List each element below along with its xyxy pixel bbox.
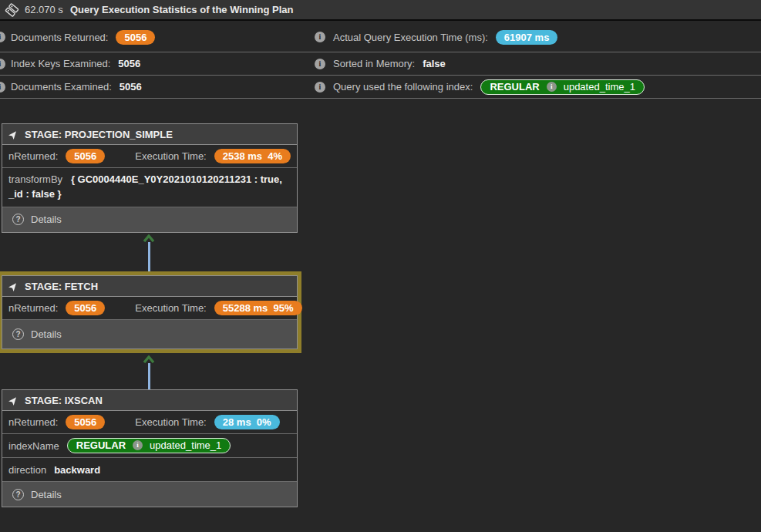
stage-metrics-row: nReturned: 5056 Execution Time: 55288 ms… <box>2 297 297 320</box>
direction-row: direction backward <box>2 458 297 482</box>
documents-examined-value: 5056 <box>120 81 142 93</box>
stage-metrics-row: nReturned: 5056 Execution Time: 28 ms 0% <box>2 411 297 434</box>
stage-ixscan[interactable]: STAGE: IXSCAN nReturned: 5056 Execution … <box>2 389 298 507</box>
details-label: Details <box>31 328 62 340</box>
execution-time-badge: 55288 ms 95% <box>214 301 302 315</box>
question-icon: ? <box>12 489 24 500</box>
stage-navigation-icon <box>8 281 19 291</box>
execution-time-label: Execution Time: <box>135 150 207 162</box>
connector-arrow-up <box>143 355 155 389</box>
stage-fetch[interactable]: STAGE: FETCH nReturned: 5056 Execution T… <box>2 275 298 349</box>
stat-label: Actual Query Execution Time (ms): <box>333 32 488 43</box>
details-label: Details <box>31 489 62 500</box>
query-stats-panel: 62.070 s Query Execution Statistics of t… <box>0 0 761 532</box>
info-icon[interactable]: i <box>315 82 325 93</box>
nreturned-badge: 5056 <box>66 301 105 315</box>
direction-label: direction <box>8 464 46 476</box>
stat-label: Sorted in Memory: <box>333 58 415 69</box>
arrow-line <box>148 242 150 272</box>
nreturned-label: nReturned: <box>8 416 58 428</box>
info-icon[interactable]: i <box>0 32 5 42</box>
nreturned-label: nReturned: <box>8 302 58 314</box>
index-name: updated_time_1 <box>564 81 635 93</box>
execution-time-badge: 28 ms 0% <box>214 415 280 429</box>
stage-navigation-icon <box>8 130 19 140</box>
question-icon: ? <box>12 214 24 225</box>
stat-label: Documents Examined: <box>11 81 112 93</box>
info-icon[interactable]: i <box>547 82 557 92</box>
titlebar: 62.070 s Query Execution Statistics of t… <box>0 0 761 21</box>
stat-sorted-in-memory: i Sorted in Memory: false <box>313 52 761 75</box>
stat-row-documents-returned: i Documents Returned: 5056 i Actual Quer… <box>0 22 761 52</box>
stage-title: STAGE: IXSCAN <box>25 395 103 406</box>
index-kind: REGULAR <box>76 439 126 451</box>
info-icon[interactable]: i <box>133 440 143 450</box>
stats-summary: i Documents Returned: 5056 i Actual Quer… <box>0 22 761 99</box>
stat-actual-execution-time: i Actual Query Execution Time (ms): 6190… <box>313 22 761 52</box>
stat-documents-examined: i Documents Examined: 5056 <box>0 76 313 98</box>
index-kind: REGULAR <box>490 81 539 93</box>
stage-title: STAGE: FETCH <box>25 281 98 292</box>
stage-projection-simple[interactable]: STAGE: PROJECTION_SIMPLE nReturned: 5056… <box>2 123 298 233</box>
info-icon[interactable]: i <box>315 59 325 69</box>
selected-stage-highlight: STAGE: FETCH nReturned: 5056 Execution T… <box>0 271 301 353</box>
stage-header[interactable]: STAGE: IXSCAN <box>2 390 297 411</box>
stat-label: Documents Returned: <box>11 32 108 43</box>
index-pill: REGULAR i updated_time_1 <box>480 79 645 95</box>
stage-metrics-row: nReturned: 5056 Execution Time: 2538 ms … <box>2 145 297 168</box>
stage-title: STAGE: PROJECTION_SIMPLE <box>25 129 173 140</box>
stat-row-index-keys: i Index Keys Examined: 5056 i Sorted in … <box>0 52 761 76</box>
page-title: Query Execution Statistics of the Winnin… <box>70 4 294 15</box>
direction-value: backward <box>54 464 100 476</box>
info-icon[interactable]: i <box>0 82 5 93</box>
details-button[interactable]: ? Details <box>2 320 297 348</box>
stage-navigation-icon <box>8 396 19 406</box>
indexname-row: indexName REGULAR i updated_time_1 <box>2 434 297 458</box>
documents-returned-badge: 5056 <box>116 30 155 45</box>
stage-header[interactable]: STAGE: FETCH <box>2 276 297 297</box>
stage-header[interactable]: STAGE: PROJECTION_SIMPLE <box>2 124 297 145</box>
details-label: Details <box>31 214 62 225</box>
details-button[interactable]: ? Details <box>2 482 297 507</box>
arrow-head-icon <box>143 355 155 363</box>
database-icon <box>6 4 18 16</box>
stat-label: Index Keys Examined: <box>11 58 110 69</box>
info-icon[interactable]: i <box>315 32 325 42</box>
nreturned-badge: 5056 <box>66 415 105 429</box>
transformby-row: transformBy { GC0004440E_Y0Y202101012021… <box>2 168 297 207</box>
question-icon: ? <box>12 328 24 340</box>
details-button[interactable]: ? Details <box>2 207 297 232</box>
sorted-in-memory-value: false <box>423 58 446 69</box>
execution-time-badge: 61907 ms <box>496 30 558 45</box>
connector-arrow-up <box>143 234 155 272</box>
execution-time-label: Execution Time: <box>135 416 207 428</box>
stat-index-keys-examined: i Index Keys Examined: 5056 <box>0 52 313 75</box>
execution-time-label: Execution Time: <box>135 302 207 314</box>
stat-documents-returned: i Documents Returned: 5056 <box>0 22 313 52</box>
index-keys-value: 5056 <box>118 58 140 69</box>
execution-time-badge: 2538 ms 4% <box>214 149 291 163</box>
info-icon[interactable]: i <box>0 59 5 69</box>
index-pill: REGULAR i updated_time_1 <box>67 438 231 453</box>
index-name: updated_time_1 <box>150 439 221 451</box>
nreturned-badge: 5056 <box>66 149 105 163</box>
nreturned-label: nReturned: <box>8 150 58 162</box>
stat-row-documents-examined: i Documents Examined: 5056 i Query used … <box>0 76 761 99</box>
stat-query-index: i Query used the following index: REGULA… <box>313 76 761 98</box>
arrow-head-icon <box>143 234 155 242</box>
transformby-label: transformBy <box>8 173 62 185</box>
arrow-line <box>148 363 150 389</box>
stat-label: Query used the following index: <box>333 81 473 93</box>
indexname-label: indexName <box>8 440 59 452</box>
query-duration: 62.070 s <box>25 4 63 15</box>
